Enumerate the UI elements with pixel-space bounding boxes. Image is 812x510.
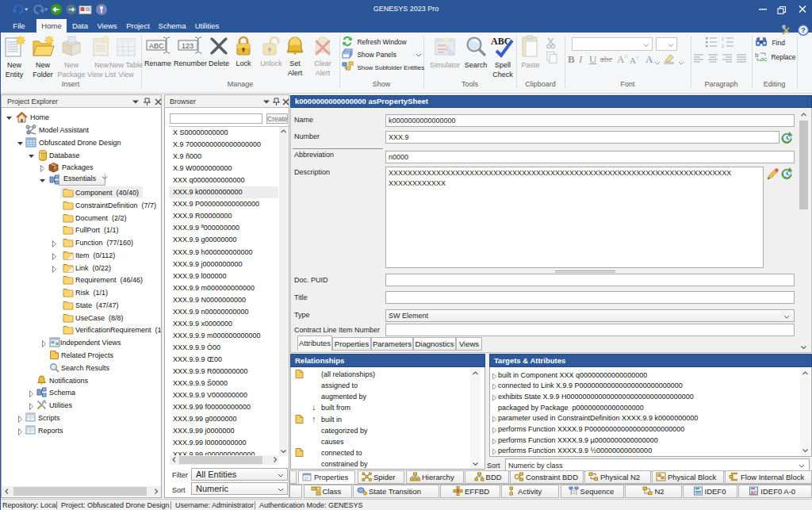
svg-text:1: 1 (722, 36, 724, 41)
svg-text:b: b (755, 52, 759, 59)
svg-text:?: ? (801, 25, 806, 34)
svg-text:2: 2 (722, 44, 724, 48)
svg-text:123: 123 (182, 42, 193, 50)
svg-text:ABC: ABC (149, 42, 164, 50)
svg-text:A0: A0 (751, 490, 757, 496)
svg-text:ac: ac (760, 56, 767, 62)
